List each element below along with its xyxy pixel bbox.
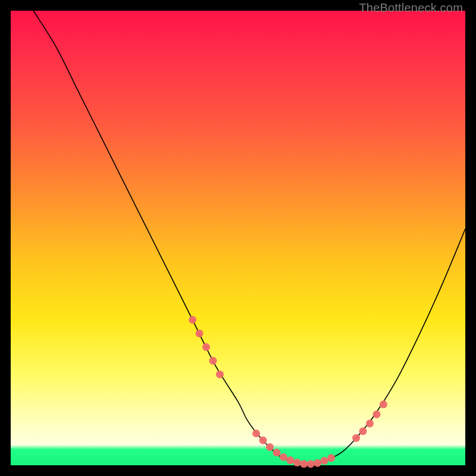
- bottleneck-curve: [33, 11, 465, 464]
- curve-group: [33, 11, 465, 464]
- curve-marker: [259, 436, 267, 444]
- curve-marker: [314, 459, 321, 467]
- curve-marker: [352, 434, 360, 442]
- curve-marker: [321, 457, 328, 465]
- marker-group: [189, 316, 387, 468]
- curve-marker: [286, 456, 294, 464]
- curve-marker: [380, 400, 387, 408]
- curve-marker: [280, 453, 287, 461]
- curve-marker: [373, 411, 381, 418]
- chart-frame: TheBottleneck.com: [0, 0, 476, 476]
- bottleneck-curve-svg: [11, 11, 465, 465]
- curve-marker: [366, 419, 374, 427]
- curve-marker: [196, 330, 203, 337]
- curve-marker: [327, 454, 335, 462]
- curve-marker: [307, 460, 315, 468]
- curve-marker: [266, 443, 274, 451]
- curve-marker: [209, 357, 217, 365]
- curve-marker: [273, 449, 280, 456]
- curve-marker: [189, 316, 196, 324]
- plot-area: [11, 11, 465, 465]
- curve-marker: [293, 459, 301, 466]
- curve-marker: [202, 343, 210, 351]
- curve-marker: [252, 430, 260, 437]
- watermark-text: TheBottleneck.com: [359, 1, 463, 15]
- curve-marker: [359, 427, 367, 435]
- curve-marker: [300, 460, 308, 468]
- curve-marker: [216, 371, 224, 378]
